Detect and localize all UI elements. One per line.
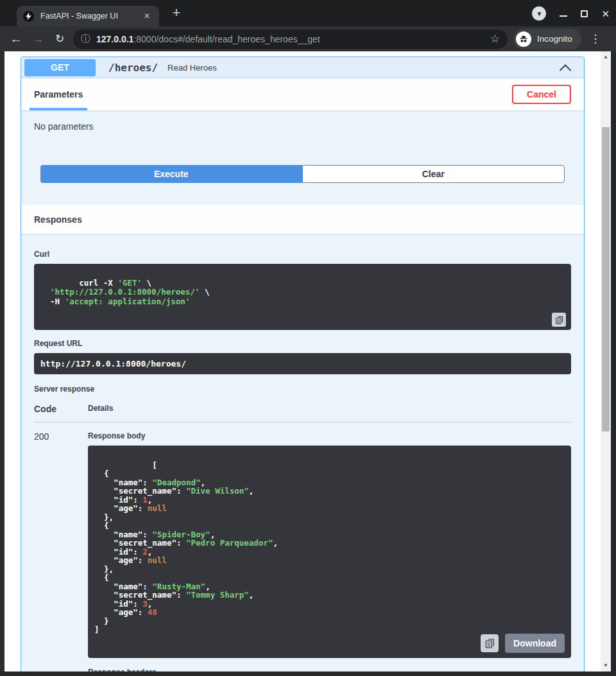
response-body-label: Response body [88,431,571,440]
back-button[interactable]: ← [5,32,27,46]
endpoint-path: /heroes/ [108,62,158,74]
minimize-button[interactable] [560,15,567,17]
browser-tab[interactable]: FastAPI - Swagger UI ✕ [17,6,159,26]
collapse-chevron-icon[interactable] [559,64,572,71]
window-edge-left [0,51,4,672]
scroll-down-arrow-icon[interactable]: ▼ [601,661,611,670]
details-column-header: Details [88,404,113,414]
site-info-icon[interactable]: ⓘ [81,33,90,45]
no-parameters-text: No parameters [21,110,584,143]
reload-button[interactable]: ↻ [49,32,71,46]
swagger-page: GET /heroes/ Read Heroes Parameters Canc… [4,51,601,672]
page-scrollbar[interactable]: ▲ ▼ [601,51,611,672]
fastapi-favicon-icon [23,11,34,22]
tab-close-icon[interactable]: ✕ [141,10,153,22]
incognito-label: Incognito [537,34,572,44]
response-body-code: [ { "name": "Deadpond", "secret_name": "… [88,446,571,658]
code-column-header: Code [34,404,88,414]
window-close-button[interactable]: ✕ [601,9,610,19]
maximize-button[interactable] [581,10,588,17]
window-edge-bottom [0,672,616,676]
parameters-header: Parameters Cancel [21,78,584,110]
incognito-badge: Incognito [513,29,581,49]
url-bar[interactable]: ⓘ 127.0.0.1:8000/docs#/default/read_hero… [73,30,508,49]
scrollbar-thumb[interactable] [602,127,610,431]
bookmark-star-icon[interactable]: ☆ [490,32,500,46]
tab-parameters[interactable]: Parameters [30,78,87,110]
response-table-header: Code Details [34,404,571,422]
clear-button[interactable]: Clear [302,165,565,183]
parameters-tab-label: Parameters [34,89,83,100]
execute-wrapper: Execute Clear [21,143,584,205]
request-url-value: http://127.0.0.1:8000/heroes/ [34,353,571,374]
tab-search-icon[interactable]: ▼ [532,6,546,21]
copy-curl-button[interactable] [552,313,566,327]
curl-label: Curl [34,250,571,259]
curl-code-text: curl -X 'GET' \ 'http://127.0.0.1:8000/h… [40,278,209,306]
execute-button[interactable]: Execute [40,165,302,183]
curl-code: curl -X 'GET' \ 'http://127.0.0.1:8000/h… [34,264,571,330]
new-tab-button[interactable]: + [168,4,185,21]
download-button[interactable]: Download [505,634,565,653]
forward-button[interactable]: → [27,32,49,46]
responses-title: Responses [34,214,82,225]
http-method-badge: GET [24,59,96,76]
server-response-label: Server response [34,385,571,394]
browser-titlebar: FastAPI - Swagger UI ✕ + ▼ ✕ [0,0,616,26]
copy-response-button[interactable] [481,634,499,652]
opblock-summary[interactable]: GET /heroes/ Read Heroes [21,57,584,78]
browser-toolbar: ← → ↻ ⓘ 127.0.0.1:8000/docs#/default/rea… [0,26,616,51]
opblock-get-heroes: GET /heroes/ Read Heroes Parameters Canc… [21,56,585,672]
incognito-icon [516,31,531,47]
url-text: 127.0.0.1:8000/docs#/default/read_heroes… [96,34,320,44]
scroll-up-arrow-icon[interactable]: ▲ [601,53,611,62]
responses-body: Curl curl -X 'GET' \ 'http://127.0.0.1:8… [21,234,584,672]
window-edge-right [611,51,616,676]
browser-menu-icon[interactable]: ⋮ [590,32,601,46]
response-body-json: [ { "name": "Deadpond", "secret_name": "… [94,460,278,635]
tab-title: FastAPI - Swagger UI [40,12,141,21]
endpoint-summary: Read Heroes [167,63,217,73]
cancel-button[interactable]: Cancel [512,85,571,104]
responses-header: Responses [21,205,584,234]
response-row-200: 200 Response body [ { "name": "Deadpond"… [34,431,571,672]
status-code: 200 [34,431,88,672]
request-url-label: Request URL [34,339,571,348]
